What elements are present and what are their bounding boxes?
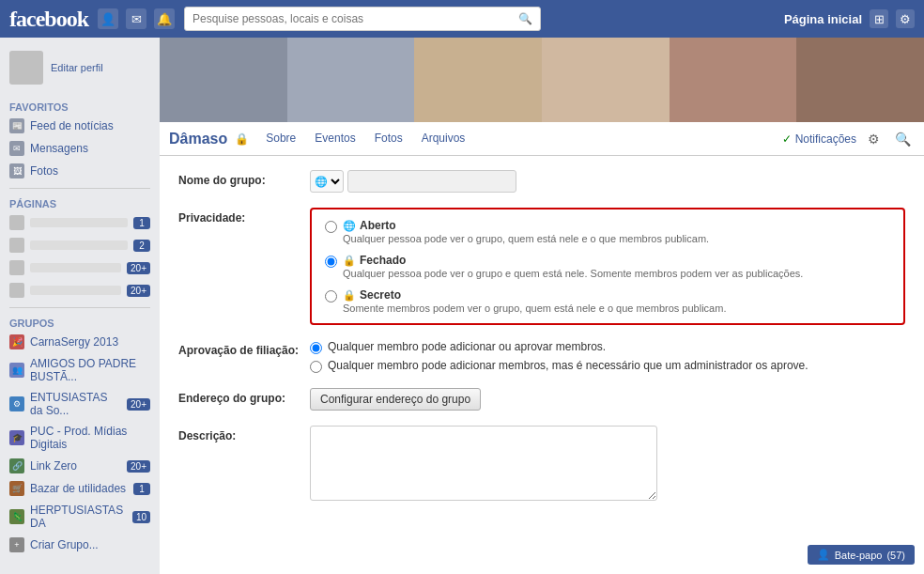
home-link[interactable]: Página inicial <box>784 12 862 26</box>
grupo4-label: PUC - Prod. Mídias Digitais <box>30 425 150 451</box>
messages-icon[interactable]: ✉ <box>126 8 146 29</box>
descricao-row: Descrição: <box>178 426 905 504</box>
aprovacao-option1-label[interactable]: Qualquer membro pode adicionar ou aprova… <box>310 340 905 354</box>
page1-icon <box>9 215 24 230</box>
privacy-secreto-info: 🔒 Secreto Somente membros podem ver o gr… <box>343 288 726 314</box>
page4-label <box>30 286 121 295</box>
cover-photo <box>160 38 924 122</box>
friend-requests-icon[interactable]: 👤 <box>98 8 118 29</box>
configure-address-button[interactable]: Configurar endereço do grupo <box>310 388 481 411</box>
page3-icon <box>9 260 24 275</box>
group-edit-panel: Nome do grupo: 🌐 🔒 Privacidade: <box>160 156 924 574</box>
tab-sobre[interactable]: Sobre <box>256 124 305 154</box>
grupo5-badge: 20+ <box>127 460 150 473</box>
notifications-button[interactable]: ✓ Notificações <box>782 132 856 146</box>
sidebar-item-grupo-herp[interactable]: 🦎 HERPTUSIASTAS DA 10 <box>0 500 160 534</box>
grupo7-badge: 10 <box>132 511 150 523</box>
chat-badge[interactable]: 👤 Bate-papo (57) <box>808 545 915 565</box>
privacy-option-fechado: 🔒 Fechado Qualquer pessoa pode ver o gru… <box>325 254 890 279</box>
divider-2 <box>9 307 150 308</box>
cover-seg-4 <box>542 38 670 122</box>
tab-fotos[interactable]: Fotos <box>365 124 412 154</box>
sidebar-item-page2[interactable]: 2 <box>0 234 160 256</box>
search-input[interactable] <box>192 12 518 25</box>
privacy-radio-fechado[interactable] <box>325 256 337 268</box>
grupo5-label: Link Zero <box>30 459 121 473</box>
grupo6-badge: 1 <box>133 483 150 495</box>
fechado-title-text: Fechado <box>360 254 406 267</box>
cover-seg-2 <box>287 38 415 122</box>
nome-input[interactable] <box>347 170 516 193</box>
aprovacao-radio-qualquer[interactable] <box>310 342 322 354</box>
notifications-icon[interactable]: 🔔 <box>154 8 175 29</box>
sidebar-item-photos[interactable]: 🖼 Fotos <box>0 160 160 182</box>
privacy-fechado-label[interactable]: 🔒 Fechado Qualquer pessoa pode ver o gru… <box>325 254 890 279</box>
grid-icon[interactable]: ⊞ <box>870 9 888 28</box>
privacy-radio-aberto[interactable] <box>325 221 337 233</box>
sidebar-item-page1[interactable]: 1 <box>0 211 160 234</box>
right-nav: Página inicial ⊞ ⚙ <box>784 9 915 28</box>
tab-right: ✓ Notificações ⚙ 🔍 <box>782 130 915 148</box>
cover-seg-1 <box>160 38 287 122</box>
endereco-label: Endereço do grupo: <box>178 388 310 405</box>
tab-eventos[interactable]: Eventos <box>305 124 364 154</box>
edit-profile-link[interactable]: Editar perfil <box>51 62 103 73</box>
sidebar-item-messages[interactable]: ✉ Mensagens <box>0 137 160 160</box>
grupo7-icon: 🦎 <box>9 509 24 524</box>
chat-icon: 👤 <box>817 549 830 561</box>
page1-badge: 1 <box>133 217 150 229</box>
cover-seg-6 <box>796 38 924 122</box>
sidebar-item-feed[interactable]: 📰 Feed de notícias <box>0 115 160 137</box>
grupo7-label: HERPTUSIASTAS DA <box>30 504 127 530</box>
sidebar-item-criar-grupo[interactable]: + Criar Grupo... <box>0 534 160 556</box>
description-textarea[interactable] <box>310 426 657 501</box>
sidebar-item-grupo-amigos[interactable]: 👥 AMIGOS DO PADRE BUSTÃ... <box>0 353 160 387</box>
sidebar-profile: Editar perfil <box>0 45 160 90</box>
aberto-icon: 🌐 <box>343 220 356 232</box>
aprovacao-option2-label[interactable]: Qualquer membro pode adicionar membros, … <box>310 359 905 373</box>
privacidade-row: Privacidade: 🌐 Aberto <box>178 208 905 325</box>
grupo1-icon: 🎉 <box>9 334 24 349</box>
sidebar-item-grupo-bazar[interactable]: 🛒 Bazar de utilidades 1 <box>0 477 160 500</box>
sidebar-item-grupo-carnasergy[interactable]: 🎉 CarnaSergy 2013 <box>0 331 160 353</box>
cover-seg-3 <box>414 38 542 122</box>
page1-label <box>30 218 128 227</box>
aprovacao-option2-text: Qualquer membro pode adicionar membros, … <box>328 359 808 372</box>
descricao-label: Descrição: <box>178 426 310 442</box>
grupo3-label: ENTUSIASTAS da So... <box>30 391 121 417</box>
page3-badge: 20+ <box>127 262 150 274</box>
aprovacao-content: Qualquer membro pode adicionar ou aprova… <box>310 340 905 373</box>
privacy-aberto-label[interactable]: 🌐 Aberto Qualquer pessoa pode ver o grup… <box>325 219 890 244</box>
group-name: Dâmaso <box>169 131 227 147</box>
sidebar-item-grupo-entusiastas[interactable]: ⚙ ENTUSIASTAS da So... 20+ <box>0 387 160 421</box>
nome-label: Nome do grupo: <box>178 170 310 187</box>
aprovacao-radio-admin[interactable] <box>310 361 322 373</box>
privacy-option-secreto: 🔒 Secreto Somente membros podem ver o gr… <box>325 288 890 314</box>
privacy-radio-secreto[interactable] <box>325 290 337 303</box>
sidebar-item-grupo-linkzero[interactable]: 🔗 Link Zero 20+ <box>0 455 160 477</box>
search-icon: 🔍 <box>518 12 532 25</box>
privacy-fechado-title: 🔒 Fechado <box>343 254 803 267</box>
criar-grupo-icon: + <box>9 537 24 552</box>
grupo1-label: CarnaSergy 2013 <box>30 335 150 349</box>
tab-arquivos[interactable]: Arquivos <box>412 124 475 154</box>
secreto-icon: 🔒 <box>343 289 356 302</box>
sidebar-item-page3[interactable]: 20+ <box>0 256 160 279</box>
nome-icon-select[interactable]: 🌐 🔒 <box>310 170 344 193</box>
settings-icon[interactable]: ⚙ <box>896 9 915 28</box>
grupo2-label: AMIGOS DO PADRE BUSTÃ... <box>30 357 150 383</box>
tab-search-button[interactable]: 🔍 <box>891 130 915 148</box>
photos-icon: 🖼 <box>9 163 24 178</box>
sidebar-item-grupo-puc[interactable]: 🎓 PUC - Prod. Mídias Digitais <box>0 421 160 455</box>
gear-button[interactable]: ⚙ <box>864 130 884 148</box>
check-icon: ✓ <box>782 132 792 146</box>
privacy-secreto-label[interactable]: 🔒 Secreto Somente membros podem ver o gr… <box>325 288 890 314</box>
grupo6-icon: 🛒 <box>9 481 24 496</box>
paginas-section-title: PÁGINAS <box>0 194 160 211</box>
descricao-content <box>310 426 905 504</box>
aprovacao-label: Aprovação de filiação: <box>178 340 310 357</box>
secreto-desc: Somente membros podem ver o grupo, quem … <box>343 303 726 314</box>
messages-label: Mensagens <box>30 142 150 155</box>
page2-icon <box>9 238 24 253</box>
sidebar-item-page4[interactable]: 20+ <box>0 279 160 302</box>
